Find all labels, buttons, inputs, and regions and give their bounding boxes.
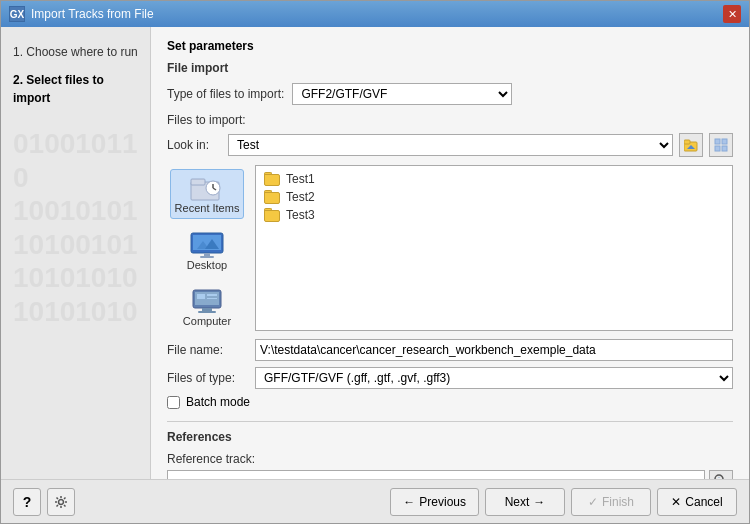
next-label: Next [505,495,530,509]
reference-search-button[interactable] [709,470,733,479]
svg-rect-3 [715,139,720,144]
folder-icon-1 [264,172,280,186]
svg-rect-6 [722,146,727,151]
svg-rect-4 [722,139,727,144]
svg-rect-22 [207,298,217,299]
svg-rect-23 [202,308,212,311]
navigate-up-button[interactable] [679,133,703,157]
help-button[interactable]: ? [13,488,41,516]
dialog-title: Import Tracks from File [31,7,154,21]
file-import-title: File import [167,61,733,75]
cancel-button[interactable]: ✕ Cancel [657,488,737,516]
type-label: Type of files to import: [167,87,284,101]
svg-rect-16 [204,253,210,256]
bottom-left-buttons: ? [13,488,75,516]
svg-rect-5 [715,146,720,151]
bottom-right-buttons: ← Previous Next → ✓ Finish ✕ Cancel [390,488,737,516]
lookin-select[interactable]: Test [228,134,673,156]
filetype-row: Files of type: GFF/GTF/GVF (.gff, .gtf, … [167,367,733,389]
svg-rect-8 [191,179,205,185]
step-1: 1. Choose where to run [13,43,138,61]
title-bar: GX Import Tracks from File ✕ [1,1,749,27]
svg-point-28 [59,499,64,504]
lookin-row: Look in: Test [167,133,733,157]
folder-icon-3 [264,208,280,222]
finish-button[interactable]: ✓ Finish [571,488,651,516]
files-to-import-label: Files to import: [167,113,733,127]
previous-button[interactable]: ← Previous [390,488,479,516]
batch-mode-label: Batch mode [186,395,250,409]
filename-label: File name: [167,343,247,357]
left-panel: 1. Choose where to run 2. Select files t… [1,27,151,479]
sidebar-item-recent[interactable]: Recent Items [170,169,245,219]
dialog-icon: GX [9,6,25,22]
view-icon [714,138,728,152]
set-parameters-title: Set parameters [167,39,733,53]
svg-rect-17 [200,256,214,258]
computer-label: Computer [183,315,231,327]
computer-icon [189,287,225,315]
folder-icon-2 [264,190,280,204]
svg-rect-21 [207,294,217,296]
file-list[interactable]: Test1 Test2 Test3 [255,165,733,331]
recent-icon [189,174,225,202]
reference-track-input[interactable] [167,470,705,479]
svg-rect-24 [198,311,216,313]
finish-label: Finish [602,495,634,509]
bottom-bar: ? ← Previous Next → ✓ Finish ✕ [1,479,749,523]
checkmark-icon: ✓ [588,495,598,509]
dialog-body: 1. Choose where to run 2. Select files t… [1,27,749,479]
references-title: References [167,430,733,444]
divider [167,421,733,422]
references-section: References Reference track: Please selec… [167,430,733,479]
next-button[interactable]: Next → [485,488,565,516]
watermark: 0100101101001010110100101101010101010101… [13,127,138,329]
next-arrow-icon: → [533,495,545,509]
desktop-icon [189,231,225,259]
file-name-2: Test2 [286,190,315,204]
svg-rect-20 [197,294,205,299]
sidebar-item-desktop[interactable]: Desktop [183,227,231,275]
step-2: 2. Select files to import [13,71,138,107]
settings-button[interactable] [47,488,75,516]
close-button[interactable]: ✕ [723,5,741,23]
batch-mode-row: Batch mode [167,395,733,409]
filename-input[interactable] [255,339,733,361]
file-item-test3[interactable]: Test3 [260,206,728,224]
sidebar-icons: Recent Items [167,165,247,331]
file-item-test2[interactable]: Test2 [260,188,728,206]
cancel-x-icon: ✕ [671,495,681,509]
filetype-label: Files of type: [167,371,247,385]
right-panel: Set parameters File import Type of files… [151,27,749,479]
import-tracks-dialog: GX Import Tracks from File ✕ 1. Choose w… [0,0,750,524]
recent-items-label: Recent Items [175,202,240,214]
settings-icon [54,495,68,509]
filename-row: File name: [167,339,733,361]
svg-rect-1 [684,140,690,144]
files-area: Recent Items [167,165,733,331]
lookin-label: Look in: [167,138,222,152]
batch-mode-checkbox[interactable] [167,396,180,409]
desktop-label: Desktop [187,259,227,271]
sidebar-item-computer[interactable]: Computer [179,283,235,331]
type-row: Type of files to import: GFF2/GTF/GVF BE… [167,83,733,105]
file-name-1: Test1 [286,172,315,186]
file-name-3: Test3 [286,208,315,222]
reference-track-row [167,470,733,479]
previous-label: Previous [419,495,466,509]
filetype-select[interactable]: GFF/GTF/GVF (.gff, .gtf, .gvf, .gff3) [255,367,733,389]
folder-up-icon [684,138,698,152]
file-item-test1[interactable]: Test1 [260,170,728,188]
title-bar-left: GX Import Tracks from File [9,6,154,22]
cancel-label: Cancel [685,495,722,509]
prev-arrow-icon: ← [403,495,415,509]
type-select[interactable]: GFF2/GTF/GVF BED VCF BAM [292,83,512,105]
view-toggle-button[interactable] [709,133,733,157]
reference-track-label: Reference track: [167,452,733,466]
